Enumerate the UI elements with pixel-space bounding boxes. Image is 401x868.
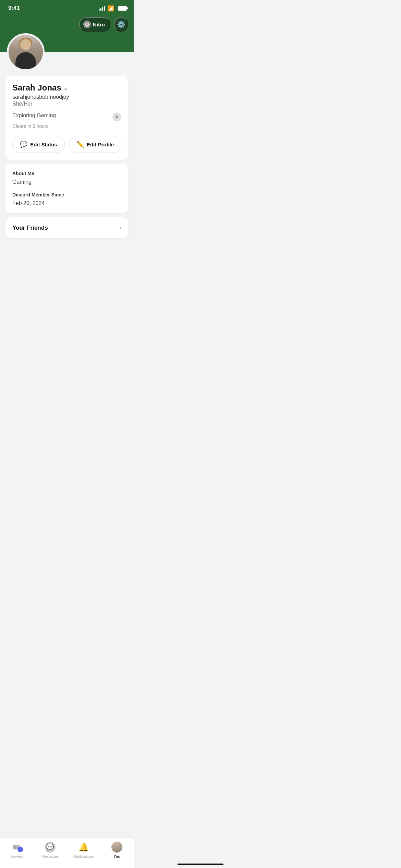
nitro-icon [83,21,91,28]
status-row: Exploring Gaming ✕ [12,112,121,121]
about-me-value: Gaming [12,179,121,185]
pencil-icon: ✏️ [76,141,84,148]
friends-card[interactable]: Your Friends › [5,217,128,238]
chat-icon: 💬 [20,141,27,148]
edit-profile-label: Edit Profile [87,142,114,147]
profile-pronouns: She/Her [12,101,121,107]
about-me-label: About Me [12,171,121,176]
main-content: Sarah Jonas ⌄ sarahjonasbobmoodjoy She/H… [0,52,134,273]
status-bar: 9:41 📶 [0,0,134,14]
close-icon: ✕ [115,114,119,120]
avatar [7,33,45,71]
member-since-label: Discord Member Since [12,192,121,197]
avatar-ring [7,33,45,71]
nitro-button[interactable]: Nitro [79,17,110,32]
edit-status-label: Edit Status [30,142,57,147]
settings-button[interactable]: ⚙️ [114,17,128,32]
status-time: 9:41 [8,5,20,12]
status-clears-text: Clears in 3 hours [12,123,121,129]
profile-status: Exploring Gaming [12,112,56,119]
profile-display-name: Sarah Jonas [12,83,61,93]
battery-icon [118,6,127,11]
profile-card: Sarah Jonas ⌄ sarahjonasbobmoodjoy She/H… [5,76,128,160]
edit-profile-button[interactable]: ✏️ Edit Profile [69,136,121,153]
profile-name-row: Sarah Jonas ⌄ [12,83,121,93]
wifi-icon: 📶 [108,5,114,12]
friends-label: Your Friends [12,225,48,231]
nitro-label: Nitro [93,22,105,27]
signal-icon [99,6,105,11]
avatar-image [9,35,43,69]
action-buttons: 💬 Edit Status ✏️ Edit Profile [12,136,121,153]
clear-status-button[interactable]: ✕ [112,112,121,121]
chevron-down-icon[interactable]: ⌄ [63,85,68,91]
header-area: Nitro ⚙️ [0,14,134,52]
profile-username: sarahjonasbobmoodjoy [12,94,121,100]
edit-status-button[interactable]: 💬 Edit Status [12,136,65,153]
gear-icon: ⚙️ [117,20,125,28]
chevron-right-icon: › [119,224,121,231]
member-since-value: Feb 20, 2024 [12,200,121,206]
status-icons: 📶 [99,5,127,12]
about-me-card: About Me Gaming Discord Member Since Feb… [5,164,128,213]
